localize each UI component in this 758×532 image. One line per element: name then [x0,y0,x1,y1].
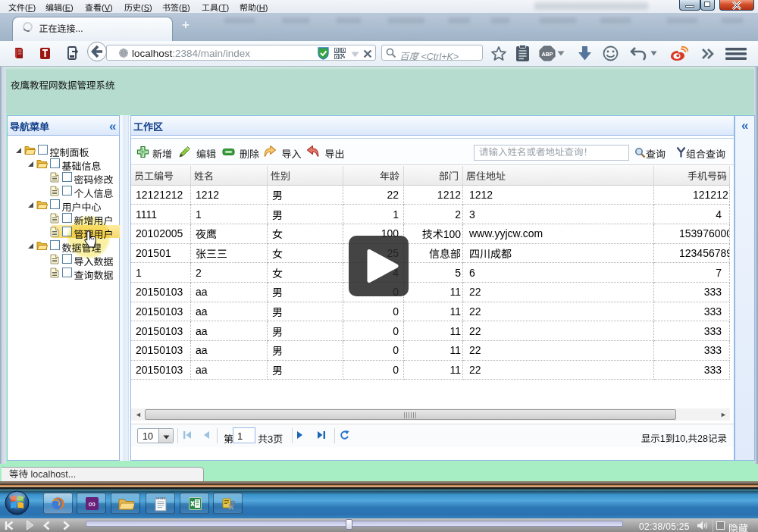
svg-text:∞: ∞ [88,498,95,509]
svg-text:ABP: ABP [541,51,553,58]
